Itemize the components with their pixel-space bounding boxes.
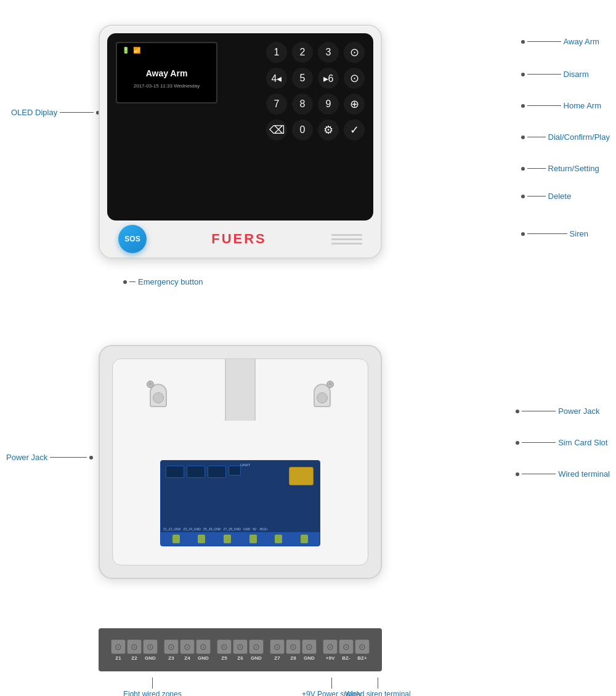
key-delete[interactable]: ⌫ xyxy=(266,119,287,140)
dial-line xyxy=(527,137,546,137)
sos-button[interactable]: SOS xyxy=(118,225,147,253)
pcb-pin-2 xyxy=(198,535,205,543)
terminal-Z8: Z8 xyxy=(286,639,301,661)
pcb-pin-3 xyxy=(224,535,231,543)
key-home-arm[interactable]: ⊕ xyxy=(344,94,365,115)
sim-card-annotation: Sim Card Slot xyxy=(516,438,610,447)
terminal-section: Z1 Z2 GND Z3 Z4 xyxy=(0,616,616,696)
sim-card-dot xyxy=(516,441,519,445)
device-front: 🔋 📶 Away Arm 2017-03-15 11:33 Wednesday … xyxy=(99,25,382,259)
battery-icon: 🔋 xyxy=(122,47,129,54)
screw-BZminus xyxy=(339,639,354,654)
home-arm-label: Home Arm xyxy=(564,101,601,110)
key-7[interactable]: 7 xyxy=(266,94,287,115)
key-4[interactable]: 4◂ xyxy=(266,68,287,89)
terminal-BZplus: BZ+ xyxy=(355,639,370,661)
delete-line xyxy=(527,196,546,196)
emergency-annotation: Emergency button xyxy=(123,277,203,286)
key-1[interactable]: 1 xyxy=(266,42,287,63)
dial-dot xyxy=(521,136,525,139)
pcb-board: UART Z1_Z2_GND Z3_Z4_GND Z5_Z6_GND Z7_Z8… xyxy=(160,460,320,546)
label-GND1: GND xyxy=(145,655,156,661)
terminal-Z2: Z2 xyxy=(127,639,142,661)
key-setting[interactable]: ⚙ xyxy=(318,119,339,140)
right-back-annotations: Power Jack Sim Card Slot Wired terminal xyxy=(516,407,610,479)
emergency-label: Emergency button xyxy=(138,277,203,286)
wired-siren-annotation: Wired siren terminal xyxy=(345,678,411,696)
oled-annotation: OLED Diplay xyxy=(11,108,100,117)
key-9[interactable]: 9 xyxy=(318,94,339,115)
screw-Z2 xyxy=(127,639,142,654)
pcb-pin-1 xyxy=(172,535,180,543)
away-arm-dot xyxy=(521,40,525,44)
pcb-chip-3 xyxy=(208,466,226,478)
key-0[interactable]: 0 xyxy=(292,119,313,140)
screw-Z7 xyxy=(270,639,285,654)
terminal-Z3: Z3 xyxy=(164,639,179,661)
key-6[interactable]: ▸6 xyxy=(318,68,339,89)
pcb-uart-label: UART xyxy=(240,463,250,467)
eight-wired-zones-annotation: Eight wired zones xyxy=(123,678,182,696)
screw-GND1 xyxy=(143,639,158,654)
keypad-grid: 1 2 3 ⊙ 4◂ 5 ▸6 ⊙ 7 8 9 ⊕ ⌫ 0 xyxy=(266,42,365,140)
label-Z8: Z8 xyxy=(290,655,296,661)
device-back: UART Z1_Z2_GND Z3_Z4_GND Z5_Z6_GND Z7_Z8… xyxy=(99,345,382,579)
terminal-GND3: GND xyxy=(249,639,264,661)
pcb-pin-6 xyxy=(301,535,308,543)
power-jack-left-label: Power Jack xyxy=(6,453,47,462)
dial-label: Dial/Confirm/Play xyxy=(548,132,610,142)
screw-GND4 xyxy=(302,639,317,654)
disarm-annotation: Disarm xyxy=(521,70,610,79)
oled-top-icons: 🔋 📶 xyxy=(122,47,140,54)
return-annotation: Return/Setting xyxy=(521,164,610,173)
terminal-board: Z1 Z2 GND Z3 Z4 xyxy=(99,628,382,671)
siren-line-3 xyxy=(331,243,362,245)
screw-Z3 xyxy=(164,639,179,654)
screw-BZplus xyxy=(355,639,370,654)
away-arm-annotation: Away Arm xyxy=(521,37,610,46)
key-3[interactable]: 3 xyxy=(318,42,339,63)
return-dot xyxy=(521,167,525,171)
disarm-line xyxy=(527,74,561,75)
terminal-BZminus: BZ- xyxy=(339,639,354,661)
key-5[interactable]: 5 xyxy=(292,68,313,89)
back-panel-section: Power Jack xyxy=(0,333,616,597)
wifi-icon: 📶 xyxy=(133,47,140,54)
key-disarm[interactable]: ⊙ xyxy=(344,68,365,89)
screw-Z1 xyxy=(111,639,126,654)
label-Z6: Z6 xyxy=(237,655,243,661)
plus9v-line xyxy=(331,678,332,689)
label-Z5: Z5 xyxy=(221,655,227,661)
eight-zones-label: Eight wired zones xyxy=(123,690,182,696)
emergency-dot xyxy=(123,280,127,284)
screw-GND2 xyxy=(196,639,211,654)
home-arm-dot xyxy=(521,104,525,108)
screw-Z6 xyxy=(233,639,248,654)
screw-Z5 xyxy=(217,639,232,654)
key-away-arm[interactable]: ⊙ xyxy=(344,42,365,63)
device-bottom: SOS FUERS xyxy=(100,221,381,257)
label-Z4: Z4 xyxy=(184,655,190,661)
disarm-dot xyxy=(521,73,525,76)
pcb-chip-1 xyxy=(166,466,184,478)
home-arm-annotation: Home Arm xyxy=(521,101,610,110)
screw-top-left xyxy=(147,381,154,388)
label-9V: +9V xyxy=(326,655,334,661)
key-2[interactable]: 2 xyxy=(292,42,313,63)
terminal-Z6: Z6 xyxy=(233,639,248,661)
power-jack-right-line xyxy=(522,411,556,411)
key-confirm[interactable]: ✓ xyxy=(344,119,365,140)
siren-line-1 xyxy=(331,234,362,236)
delete-dot xyxy=(521,195,525,198)
siren-dot xyxy=(521,232,525,236)
label-Z7: Z7 xyxy=(274,655,280,661)
power-jack-left-annotation: Power Jack xyxy=(6,453,93,462)
screw-top-right xyxy=(326,381,334,388)
dial-annotation: Dial/Confirm/Play xyxy=(521,132,610,142)
oled-datetime: 2017-03-15 11:33 Wednesday xyxy=(134,83,200,89)
label-GND4: GND xyxy=(304,655,315,661)
pcb-terminal-strip xyxy=(161,532,320,546)
sim-card-label: Sim Card Slot xyxy=(558,438,607,447)
key-8[interactable]: 8 xyxy=(292,94,313,115)
away-arm-label: Away Arm xyxy=(564,37,599,46)
